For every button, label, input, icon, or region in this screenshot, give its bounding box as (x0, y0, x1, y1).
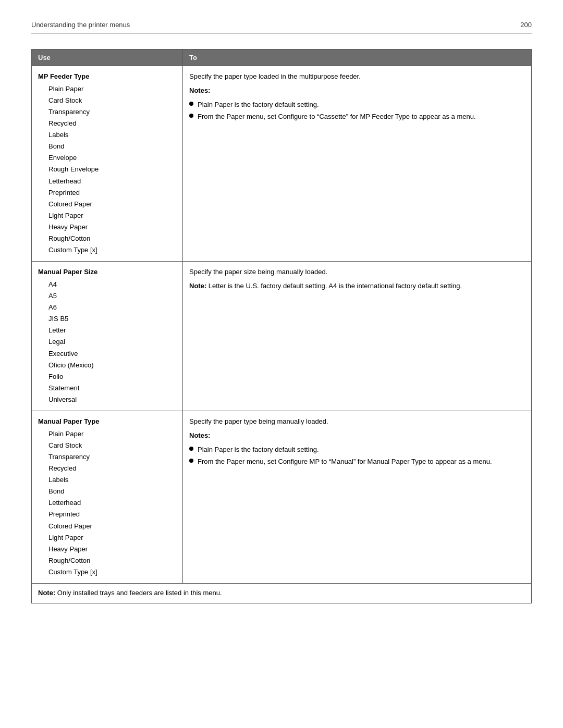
list-item: Universal (38, 394, 176, 405)
bullet-text: From the Paper menu, set Configure MP to… (198, 456, 492, 467)
header-title: Understanding the printer menus (31, 21, 130, 29)
list-item: Card Stock (38, 440, 176, 451)
bullet-text: Plain Paper is the factory default setti… (198, 100, 319, 110)
list-item: Bond (38, 486, 176, 497)
bullet-list: Plain Paper is the factory default setti… (189, 445, 525, 467)
to-description: Specify the paper size being manually lo… (189, 267, 525, 278)
list-item: Plain Paper (38, 428, 176, 440)
list-item: JIS B5 (38, 313, 176, 325)
list-item: A5 (38, 290, 176, 302)
bullet-item: From the Paper menu, set Configure MP to… (189, 456, 525, 467)
bullet-text: Plain Paper is the factory default setti… (198, 445, 319, 455)
to-note: Note: Letter is the U.S. factory default… (189, 281, 525, 291)
use-cell: Manual Paper TypePlain PaperCard StockTr… (32, 411, 183, 584)
list-item: Heavy Paper (38, 221, 176, 233)
page: Understanding the printer menus 200 Use … (0, 0, 563, 728)
use-cell: Manual Paper SizeA4A5A6JIS B5LetterLegal… (32, 262, 183, 411)
list-item: Folio (38, 371, 176, 382)
use-cell: MP Feeder TypePlain PaperCard StockTrans… (32, 66, 183, 262)
list-item: Recycled (38, 463, 176, 474)
table-header-row: Use To (32, 50, 532, 66)
list-item: Legal (38, 336, 176, 348)
bullet-dot-icon (189, 459, 193, 463)
main-table: Use To MP Feeder TypePlain PaperCard Sto… (31, 49, 532, 603)
list-item: Heavy Paper (38, 544, 176, 555)
list-item: Rough/Cotton (38, 233, 176, 244)
list-item: Light Paper (38, 210, 176, 221)
to-cell: Specify the paper size being manually lo… (183, 262, 532, 411)
list-item: Recycled (38, 118, 176, 129)
header-page-number: 200 (520, 21, 532, 29)
table-row: MP Feeder TypePlain PaperCard StockTrans… (32, 66, 532, 262)
list-item: Light Paper (38, 532, 176, 544)
list-item: Labels (38, 474, 176, 486)
bullet-item: Plain Paper is the factory default setti… (189, 100, 525, 110)
list-item: Custom Type [x] (38, 566, 176, 578)
bullet-dot-icon (189, 114, 193, 118)
to-description: Specify the paper type loaded in the mul… (189, 71, 525, 82)
list-item: Oficio (Mexico) (38, 360, 176, 371)
bullet-text: From the Paper menu, set Configure to “C… (198, 112, 476, 122)
bullet-list: Plain Paper is the factory default setti… (189, 100, 525, 122)
list-item: Labels (38, 129, 176, 141)
row-header-label: MP Feeder Type (38, 71, 176, 82)
bullet-dot-icon (189, 102, 193, 106)
footer-row: Note: Only installed trays and feeders a… (32, 584, 532, 603)
list-item: Custom Type [x] (38, 244, 176, 256)
notes-label: Notes: (189, 85, 525, 96)
list-item: Colored Paper (38, 199, 176, 210)
bullet-item: Plain Paper is the factory default setti… (189, 445, 525, 455)
list-item: Transparency (38, 106, 176, 118)
note-label: Note: (189, 282, 209, 290)
list-item: Statement (38, 382, 176, 394)
list-item: Letterhead (38, 497, 176, 509)
to-cell: Specify the paper type being manually lo… (183, 411, 532, 584)
list-item: Preprinted (38, 187, 176, 199)
list-item: Transparency (38, 451, 176, 463)
col-header-to: To (183, 50, 532, 66)
table-row: Manual Paper SizeA4A5A6JIS B5LetterLegal… (32, 262, 532, 411)
list-item: Colored Paper (38, 521, 176, 532)
row-header-label: Manual Paper Size (38, 267, 176, 278)
list-item: Executive (38, 348, 176, 360)
list-item: Letterhead (38, 176, 176, 187)
to-cell: Specify the paper type loaded in the mul… (183, 66, 532, 262)
row-header-label: Manual Paper Type (38, 416, 176, 427)
list-item: Rough/Cotton (38, 555, 176, 566)
list-item: Rough Envelope (38, 164, 176, 175)
list-item: A6 (38, 302, 176, 313)
table-row: Manual Paper TypePlain PaperCard StockTr… (32, 411, 532, 584)
page-header: Understanding the printer menus 200 (31, 21, 532, 33)
to-description: Specify the paper type being manually lo… (189, 416, 525, 427)
bullet-item: From the Paper menu, set Configure to “C… (189, 112, 525, 122)
list-item: Envelope (38, 152, 176, 164)
bullet-dot-icon (189, 447, 193, 451)
list-item: Bond (38, 141, 176, 152)
footer-note-label: Note: (38, 589, 57, 597)
footer-note: Note: Only installed trays and feeders a… (32, 584, 532, 603)
list-item: A4 (38, 279, 176, 290)
list-item: Plain Paper (38, 83, 176, 95)
notes-label: Notes: (189, 430, 525, 441)
list-item: Letter (38, 325, 176, 336)
list-item: Card Stock (38, 95, 176, 106)
list-item: Preprinted (38, 509, 176, 520)
col-header-use: Use (32, 50, 183, 66)
